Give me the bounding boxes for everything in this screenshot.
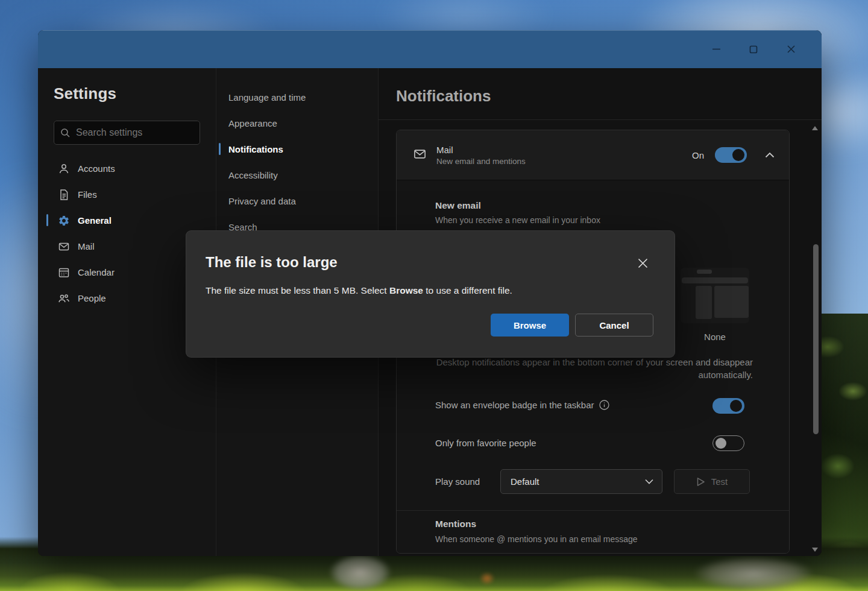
minimize-icon — [712, 45, 721, 54]
mail-card-header[interactable]: Mail New email and mentions On — [397, 130, 789, 180]
close-button[interactable] — [772, 39, 810, 60]
desktop: Settings Accounts Files — [0, 0, 868, 591]
mail-notifications-toggle[interactable] — [715, 147, 747, 163]
chevron-up-icon — [765, 152, 775, 158]
subnav-item-language-and-time[interactable]: Language and time — [216, 84, 378, 110]
page-title: Notifications — [396, 87, 491, 106]
wallpaper-rocks — [693, 556, 814, 591]
favorites-toggle[interactable] — [712, 435, 744, 451]
subnav-item-accessibility[interactable]: Accessibility — [216, 162, 378, 188]
subnav-item-label: Accessibility — [228, 170, 278, 180]
calendar-icon — [58, 267, 70, 279]
info-icon[interactable] — [599, 400, 609, 410]
subnav-item-label: Notifications — [228, 144, 283, 154]
dialog-message: The file size must be less than 5 MB. Se… — [206, 285, 512, 296]
sound-dropdown[interactable]: Default — [500, 469, 662, 494]
collapse-button[interactable] — [765, 152, 775, 158]
search-input[interactable] — [76, 127, 201, 138]
wallpaper-figure — [329, 554, 392, 591]
mentions-subtitle: When someone @ mentions you in an email … — [435, 534, 638, 544]
mail-card-controls: On — [692, 147, 789, 163]
close-icon — [637, 258, 649, 269]
sidebar-item-files[interactable]: Files — [38, 182, 216, 207]
selected-accent-bar — [46, 214, 48, 226]
titlebar[interactable] — [38, 30, 822, 68]
new-email-subtitle: When you receive a new email in your inb… — [435, 215, 600, 225]
envelope-badge-text: Show an envelope badge in the taskbar — [435, 400, 594, 410]
test-button-label: Test — [711, 476, 728, 487]
envelope-badge-label: Show an envelope badge in the taskbar — [435, 400, 609, 410]
sidebar-item-label: People — [78, 293, 106, 303]
file-too-large-dialog: The file is too large The file size must… — [186, 230, 675, 358]
dialog-title: The file is too large — [206, 254, 338, 271]
scrollbar-thumb[interactable] — [813, 244, 819, 434]
mail-card-texts: Mail New email and mentions — [436, 145, 526, 166]
dialog-message-suffix: to use a different file. — [423, 285, 512, 296]
maximize-icon — [749, 45, 758, 54]
section-divider — [397, 510, 789, 511]
thumbnail-bar — [682, 277, 748, 283]
envelope-icon — [413, 147, 427, 161]
favorites-label: Only from favorite people — [435, 438, 536, 448]
toggle-knob — [715, 438, 726, 449]
thumbnail-panel — [696, 286, 712, 319]
sidebar-item-label: Files — [78, 189, 97, 200]
play-icon — [696, 477, 705, 487]
notification-style-none-thumbnail[interactable] — [681, 268, 749, 323]
browse-button[interactable]: Browse — [491, 314, 569, 337]
subnav-item-label: Privacy and data — [228, 196, 296, 206]
envelope-badge-toggle[interactable] — [712, 398, 744, 414]
toggle-state-label: On — [692, 150, 704, 160]
mail-card-title: Mail — [436, 145, 526, 155]
wallpaper-detail — [479, 572, 495, 585]
sidebar-item-general[interactable]: General — [38, 207, 216, 233]
selected-accent-bar — [219, 143, 221, 155]
sidebar-item-label: General — [78, 215, 112, 226]
dialog-message-bold: Browse — [389, 285, 423, 296]
mentions-title: Mentions — [435, 519, 476, 529]
subnav-item-appearance[interactable]: Appearance — [216, 110, 378, 136]
person-icon — [58, 163, 70, 175]
notification-style-none-label: None — [681, 332, 749, 342]
scroll-up-arrow-icon[interactable] — [812, 126, 818, 130]
mail-card-subtitle: New email and mentions — [436, 157, 526, 166]
toggle-knob — [730, 400, 742, 412]
minimize-button[interactable] — [697, 39, 735, 60]
sound-dropdown-value: Default — [511, 476, 539, 487]
dialog-buttons: Browse Cancel — [491, 314, 653, 337]
people-icon — [58, 292, 70, 305]
dialog-message-prefix: The file size must be less than 5 MB. Se… — [206, 285, 389, 296]
gear-icon — [58, 215, 70, 227]
subnav-item-label: Appearance — [228, 118, 277, 128]
sidebar-item-label: Mail — [78, 241, 95, 251]
close-icon — [787, 45, 796, 54]
subnav-item-label: Language and time — [228, 92, 306, 103]
cancel-button[interactable]: Cancel — [575, 314, 653, 337]
desktop-notifications-note: Desktop notifications appear in the bott… — [435, 356, 753, 381]
maximize-button[interactable] — [735, 39, 772, 60]
dialog-close-button[interactable] — [637, 258, 649, 269]
toggle-knob — [732, 149, 744, 161]
search-icon — [60, 128, 71, 138]
subnav-item-notifications[interactable]: Notifications — [216, 136, 378, 162]
new-email-title: New email — [435, 200, 481, 211]
subnav-item-privacy-and-data[interactable]: Privacy and data — [216, 188, 378, 214]
sidebar-item-accounts[interactable]: Accounts — [38, 156, 216, 182]
sidebar-item-label: Calendar — [78, 267, 115, 277]
header-divider — [379, 119, 822, 120]
search-box[interactable] — [54, 121, 200, 145]
scroll-down-arrow-icon[interactable] — [812, 548, 818, 552]
play-sound-label: Play sound — [435, 476, 480, 487]
thumbnail-panel — [714, 286, 749, 318]
settings-title: Settings — [54, 84, 216, 103]
chevron-down-icon — [645, 479, 653, 484]
test-sound-button[interactable]: Test — [674, 469, 750, 494]
envelope-icon — [58, 241, 70, 253]
sidebar-item-label: Accounts — [78, 163, 115, 174]
thumbnail-pill — [697, 270, 712, 274]
file-icon — [58, 189, 70, 201]
